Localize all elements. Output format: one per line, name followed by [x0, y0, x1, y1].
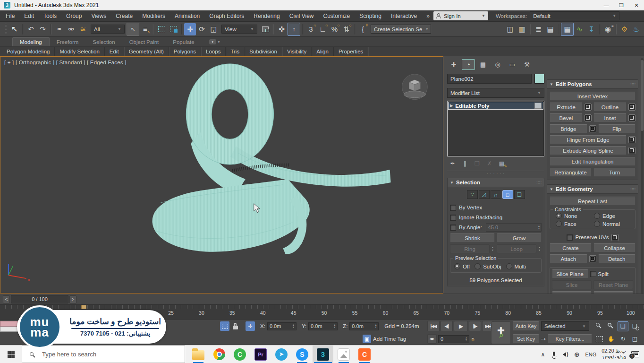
create-tab-icon[interactable]: ✚ — [447, 59, 460, 70]
select-and-link-pointer-icon[interactable]: ↖ — [8, 23, 20, 35]
constraint-normal-radio[interactable] — [594, 221, 600, 227]
stack-item-editable-poly[interactable]: ▶ Editable Poly — [448, 102, 543, 110]
ribbon-config-dropdown[interactable]: ▼▾ — [209, 39, 220, 44]
loop-spinner[interactable]: ▲▼ — [538, 246, 542, 251]
next-frame-icon[interactable]: ||▶ — [469, 321, 481, 331]
slice-button[interactable]: Slice — [552, 280, 592, 289]
inset-settings-icon[interactable] — [628, 114, 636, 121]
motion-tab-icon[interactable]: ◎ — [491, 59, 504, 70]
by-angle-value-field[interactable]: 45.0▲▼ — [486, 223, 542, 232]
object-name-field[interactable]: Plane002 — [447, 74, 532, 84]
ribbon-panel[interactable]: Edit — [105, 47, 124, 56]
edit-polygons-header[interactable]: ▼ Edit Polygons — [547, 79, 638, 89]
ribbon-panel[interactable]: Visibility — [282, 47, 312, 56]
bevel-settings-icon[interactable] — [585, 114, 592, 121]
taskbar-app-orange-c[interactable]: C — [354, 346, 375, 363]
bridge-settings-icon[interactable] — [589, 125, 596, 132]
time-tag-cube-icon[interactable]: ▣ — [363, 335, 371, 343]
show-end-result-icon[interactable]: ∥ — [459, 159, 470, 168]
zoom-icon[interactable] — [594, 321, 605, 331]
detach-button[interactable]: Detach — [598, 254, 636, 263]
zoom-extents-icon[interactable]: ❑ — [618, 321, 628, 331]
redo-icon[interactable]: ↷ — [37, 23, 49, 35]
pan-icon[interactable]: ✋ — [606, 334, 617, 344]
command-panel-scrollbar[interactable] — [641, 58, 644, 294]
ribbon-tab[interactable]: Populate — [166, 38, 201, 46]
taskbar-app-chrome[interactable] — [209, 346, 229, 363]
taskbar-app-file-explorer[interactable] — [188, 346, 209, 363]
insert-vertex-button[interactable]: Insert Vertex — [550, 92, 636, 101]
listener-macro-line[interactable] — [0, 321, 71, 327]
toolbar-separator[interactable] — [51, 24, 51, 35]
spinner-icon[interactable]: ▲▼ — [333, 324, 337, 329]
preserve-uvs-settings-icon[interactable] — [611, 234, 619, 241]
loop-button[interactable]: Loop — [497, 244, 536, 253]
menu-item[interactable]: Animation — [170, 10, 204, 21]
close-button[interactable]: ✕ — [629, 0, 644, 10]
element-subobject-icon[interactable]: ❑ — [514, 190, 525, 199]
plane002-object[interactable] — [153, 64, 391, 254]
ribbon-tab[interactable]: Freeform — [50, 38, 86, 46]
minimize-button[interactable]: — — [599, 0, 614, 10]
panel-splitter[interactable] — [447, 171, 544, 176]
current-frame-field[interactable]: 0▲▼ — [438, 335, 469, 343]
menu-item[interactable]: Rendering — [249, 10, 284, 21]
collapse-button[interactable]: Collapse — [593, 243, 636, 252]
viewport-canvas[interactable]: x — [0, 57, 443, 293]
set-key-button[interactable]: Set Key — [513, 334, 539, 344]
toolbar-separator[interactable] — [181, 24, 182, 35]
attach-button[interactable]: Attach — [550, 254, 587, 263]
toolbar-separator[interactable] — [153, 24, 154, 35]
preview-off-radio[interactable] — [454, 263, 460, 269]
taskbar-app-telegram[interactable]: ➤ — [271, 346, 292, 363]
ribbon-tab[interactable]: Object Paint — [122, 38, 166, 46]
absolute-mode-transform-icon[interactable]: ✛ — [246, 321, 255, 331]
go-to-start-icon[interactable]: |◀◀ — [427, 321, 440, 331]
play-icon[interactable]: ▶ — [454, 321, 468, 331]
viewport[interactable]: [ + ] [ Orthographic ] [ Standard ] [ Ed… — [0, 56, 443, 294]
maximize-viewport-toggle-icon[interactable]: ◰ — [629, 334, 640, 344]
bridge-button[interactable]: Bridge — [550, 124, 587, 133]
hierarchy-tab-icon[interactable]: ▤ — [476, 59, 490, 70]
ribbon-panel[interactable]: Tris — [226, 47, 245, 56]
select-and-manipulate-icon[interactable]: ✜ — [276, 23, 288, 35]
hinge-from-edge-button[interactable]: Hinge From Edge — [550, 135, 627, 144]
previous-frame-button[interactable]: < — [3, 295, 10, 303]
select-object-icon[interactable]: ↖ — [127, 23, 139, 36]
ring-button[interactable]: Ring — [450, 244, 490, 253]
toolbar-separator[interactable] — [22, 24, 23, 35]
outline-button[interactable]: Outline — [593, 103, 627, 112]
menu-item[interactable]: Civil View — [285, 10, 319, 21]
maxscript-mini-listener[interactable] — [0, 321, 71, 332]
next-frame-button[interactable]: > — [69, 295, 76, 303]
polygon-subobject-icon[interactable]: □ — [502, 190, 513, 199]
spinner-icon[interactable]: ▲▼ — [292, 324, 296, 329]
selection-lock-toggle-icon[interactable] — [233, 323, 239, 330]
object-color-swatch[interactable] — [534, 74, 544, 84]
ribbon-panel[interactable]: Subdivision — [245, 47, 282, 56]
ribbon-panel[interactable]: Properties — [334, 47, 368, 56]
select-and-rotate-icon[interactable]: ⟳ — [196, 23, 208, 35]
extrude-button[interactable]: Extrude — [550, 103, 583, 112]
schematic-view-icon[interactable]: ↧ — [585, 23, 597, 35]
percent-snap-icon[interactable]: %∩ — [329, 23, 340, 35]
pin-stack-icon[interactable]: ✒ — [447, 159, 458, 168]
menu-item[interactable]: Group — [61, 10, 86, 21]
sign-in-button[interactable]: Sign In ▼ — [433, 11, 488, 20]
visibility-toggle-icon[interactable] — [534, 103, 542, 109]
ribbon-tab[interactable]: Selection — [85, 38, 122, 46]
orbit-icon[interactable]: ↻ — [618, 334, 628, 344]
edit-geometry-header[interactable]: ▼ Edit Geometry — [547, 184, 638, 194]
layer-explorer-icon[interactable]: ▤ — [544, 23, 556, 35]
taskbar-search[interactable] — [22, 346, 185, 363]
menu-item[interactable]: Interactive — [386, 10, 422, 21]
curve-editor-icon[interactable]: ∿ — [574, 23, 585, 35]
previous-frame-icon[interactable]: ◀|| — [441, 321, 453, 331]
named-selection-set-dropdown[interactable]: Create Selection Se ▼ — [371, 25, 431, 34]
create-button[interactable]: Create — [550, 243, 592, 252]
z-coordinate-field[interactable]: 0.0m▲▼ — [349, 322, 379, 330]
menu-overflow-chevron[interactable]: » — [426, 13, 429, 19]
toolbar-separator[interactable] — [273, 24, 274, 35]
use-pivot-point-icon[interactable] — [259, 23, 271, 35]
repeat-last-button[interactable]: Repeat Last — [550, 197, 636, 206]
